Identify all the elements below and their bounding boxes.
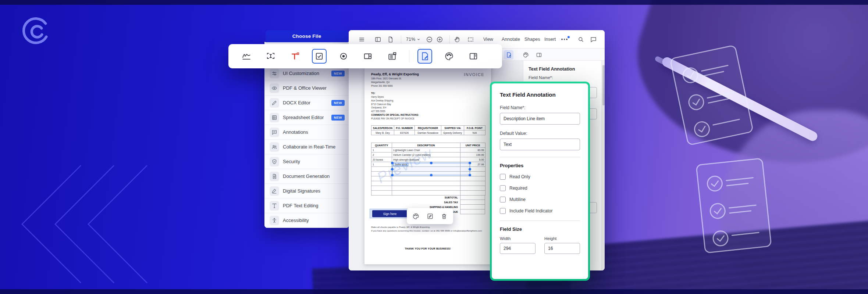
accessibility-icon [270,216,279,225]
sidebar-item-label: Annotations [283,129,308,135]
form-field-edit-tool-icon[interactable] [417,49,432,64]
properties-title: Properties [500,163,580,168]
sign-here-button[interactable]: Sign here [372,210,408,217]
field-name-input[interactable] [500,113,580,125]
scrollbar-thumb[interactable] [602,65,605,105]
annotations-icon [270,128,279,137]
table-row [371,191,485,196]
checkbox-required[interactable]: Required [500,185,580,191]
chevron-down-icon [416,37,421,42]
checkbox[interactable] [500,174,506,180]
style-palette-icon[interactable] [521,50,530,60]
combo-box-tool-icon[interactable] [360,49,375,64]
sidebar-item-digital-signatures[interactable]: Digital Signatures [264,184,349,198]
edit-icon[interactable] [425,211,435,221]
search-icon[interactable] [577,30,584,49]
viewer-scrollbar[interactable] [601,61,605,270]
sidebar-item-document-generation[interactable]: Document Generation [264,169,349,184]
delete-icon[interactable] [439,211,449,221]
width-input[interactable] [500,243,536,254]
checkbox[interactable] [500,197,506,202]
brand-logo-icon [18,14,55,51]
new-badge: NEW [331,100,345,106]
spreadsheet-editor-icon [270,113,279,122]
choose-file-button[interactable]: Choose File [266,30,348,42]
sidebar-item-label: DOCX Editor [283,100,310,105]
checklist-documents-illustration [666,44,787,272]
invoice-footer: Make all checks payable to Peady, Eff, &… [371,225,482,233]
text-field-annotation-popup: Text Field Annotation Field Name*: Defau… [490,82,590,281]
comments-icon[interactable] [590,30,597,49]
panel-field-name-label: Field Name*: [523,74,601,81]
toolbar-divider [449,35,450,43]
sidebar-item-label: Collaborate in Real-Time [283,144,335,150]
viewer-icon [270,83,279,93]
checkbox-multiline[interactable]: Multiline [500,197,580,202]
sidebar-item-pdf-office-viewer[interactable]: PDF & Office Viewer [264,81,349,96]
sidebar-item-docx-editor[interactable]: DOCX Editor NEW [264,96,349,110]
overflow-menu-icon[interactable] [561,30,568,49]
new-badge: NEW [331,115,345,121]
notification-dot [568,36,570,38]
table-row: 1Lightweight Lawn Chair83.99 [371,148,485,153]
default-value-input[interactable] [500,139,580,150]
sidebar-item-pdf-text-editing[interactable]: PDF Text Editing [264,198,349,213]
field-size-title: Field Size [500,226,580,232]
sidebar-item-label: Digital Signatures [283,188,320,194]
feature-sidebar: UI Customization NEW PDF & Office Viewer… [264,42,349,228]
width-label: Width [500,236,536,241]
invoice-info-table: SALESPERSON P.O. NUMBER REQUISITIONER SH… [371,125,485,135]
form-field-edit-icon[interactable] [504,50,513,60]
ui-customization-icon [270,69,279,78]
annotation-mini-toolbar [407,208,453,224]
text-field-tool-icon[interactable] [263,49,278,64]
free-text-tool-icon[interactable] [288,49,302,64]
sidebar-item-collaborate[interactable]: Collaborate in Real-Time [264,140,349,154]
height-label: Height [544,236,580,241]
table-row [371,186,485,191]
checkbox[interactable] [500,208,506,214]
signature-tool-icon[interactable] [239,49,254,64]
new-badge: NEW [331,71,345,76]
toolbar-divider [409,50,409,62]
document-generation-icon [270,172,279,181]
checkbox-include-field-indicator[interactable]: Include Field Indicator [500,208,580,214]
invoice-company-address: 18th Floor, 1821 Glenoaks St. Margaritav… [371,77,402,87]
sidebar-item-security[interactable]: Security [264,154,349,169]
style-palette-tool-icon[interactable] [442,49,456,64]
invoice-title: INVOICE [464,72,484,77]
panel-title: Text Field Annotation [523,61,601,74]
invoice-company-name: Peady, Eff, & Wright Exporting [371,72,419,76]
popup-title: Text Field Annotation [500,92,580,98]
tab-insert[interactable]: Insert [544,30,556,49]
list-box-tool-icon[interactable] [385,49,399,64]
field-selection-box[interactable] [392,163,470,175]
collaborate-icon [270,142,279,152]
right-panel-toggle-icon[interactable] [534,50,544,60]
field-name-label: Field Name*: [500,105,580,110]
tab-shapes[interactable]: Shapes [524,30,540,49]
checkbox-read-only[interactable]: Read Only [500,174,580,180]
tab-annotate[interactable]: Annotate [502,30,520,49]
height-input[interactable] [544,243,580,254]
top-letterbox-strip [0,0,868,5]
sidebar-item-spreadsheet-editor[interactable]: Spreadsheet Editor NEW [264,110,349,125]
sidebar-item-label: PDF & Office Viewer [283,85,327,91]
digital-signatures-icon [270,186,279,196]
sidebar-item-label: Security [283,159,300,164]
pdf-text-editing-icon [270,201,279,211]
sidebar-item-accessibility[interactable]: Accessibility [264,213,349,228]
style-icon[interactable] [411,211,421,221]
sidebar-item-ui-customization[interactable]: UI Customization NEW [264,66,349,81]
table-row: 2Helium Canister (2 cubic meters)199.99 [371,153,485,157]
invoice-recipient-block: TO: Harry Styles Ace Deekay Shipping 871… [371,92,393,113]
radio-field-tool-icon[interactable] [336,49,351,64]
sidebar-item-label: Spreadsheet Editor [283,115,324,120]
sidebar-item-label: Document Generation [283,173,330,179]
checkbox-field-tool-icon[interactable] [312,49,327,64]
invoice-page: Preview Peady, Eff, & Wright Exporting 1… [364,66,491,265]
checkbox[interactable] [500,185,506,191]
hero-banner: Choose File UI Customization NEW PDF & O… [0,0,868,294]
sidebar-item-annotations[interactable]: Annotations [264,125,349,140]
panel-toggle-tool-icon[interactable] [466,49,481,64]
